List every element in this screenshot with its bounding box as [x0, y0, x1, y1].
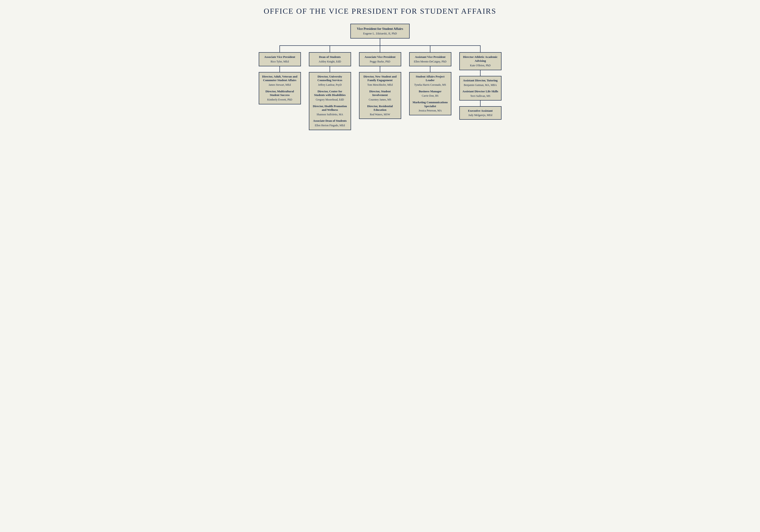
col1-entry-2: Director, Multicultural Student Success …: [262, 90, 298, 102]
col2-top-vert: [330, 45, 330, 52]
col3-entry-2: Director, Student Involvement Courntey J…: [362, 90, 398, 102]
col5-level2-title: Director Athletic Academic Advising: [462, 55, 498, 63]
col3-mid-vert: [380, 66, 380, 72]
col5-entry1-title: Assistant Director, Tutoring: [462, 79, 498, 82]
columns-section: Associate Vice President Rico Tyler, MEd…: [255, 45, 505, 130]
col2-entry4-title: Associate Dean of Students: [312, 119, 348, 123]
col4-entry-2: Business Manager Carrie Don, BS: [412, 90, 448, 98]
col1-level2-box: Associate Vice President Rico Tyler, MEd: [259, 52, 301, 66]
page-title: Office of the Vice President for Student…: [255, 7, 505, 16]
col5-entry2-name: Terri Sullivan, MS: [462, 94, 498, 98]
col1-top-vert: [279, 45, 280, 52]
col1-mid-vert: [279, 66, 280, 72]
col3-entry1-title: Director, New Student and Family Engagem…: [362, 75, 398, 82]
col5-level2-box: Director Athletic Academic Advising Kate…: [459, 52, 501, 70]
col4-level2-title: Assistant Vice President: [412, 55, 448, 59]
col4-level2-name: Ellen Meents-DeCaigny, PhD: [412, 60, 448, 64]
col2-entry1-name: Jeffrey Lanfear, PsyD: [312, 83, 348, 87]
top-vert-connector: [380, 38, 380, 45]
col5-detached-box: Executive Assistant Judy Melgarejo, MEd: [459, 106, 501, 120]
col4-entry1-name: Tyneka Harris Coronado, MS: [412, 83, 448, 87]
col5-detached-title: Executive Assistant: [462, 109, 498, 113]
col3-entry1-name: Tom Menchhofer, MEd: [362, 83, 398, 87]
col2-entry-1: Director, University Counseling Services…: [312, 75, 348, 87]
col-1: Associate Vice President Rico Tyler, MEd…: [255, 45, 305, 130]
col2-entry4-name: Ellen Herion Fingado, MEd: [312, 123, 348, 127]
col3-level3-box: Director, New Student and Family Engagem…: [359, 72, 401, 119]
col2-entry-2: Director, Center for Students with Disab…: [312, 90, 348, 102]
col1-entry1-title: Director, Adult, Veteran and Commuter St…: [262, 75, 298, 82]
col4-entry3-title: Marketing Communications Specialist: [412, 101, 448, 108]
col-4: Assistant Vice President Ellen Meents-De…: [405, 45, 455, 130]
col4-entry3-name: Jessica Peterson, MA: [412, 109, 448, 113]
col1-entry2-name: Kimberly Everett, PhD: [262, 98, 298, 102]
col5-entry-2: Assistant Director Life Skills Terri Sul…: [462, 90, 498, 98]
col3-entry-1: Director, New Student and Family Engagem…: [362, 75, 398, 87]
col1-entry1-name: James Stewart, MEd: [262, 83, 298, 87]
col2-level3-box: Director, University Counseling Services…: [309, 72, 351, 130]
col1-level2-name: Rico Tyler, MEd: [262, 60, 298, 64]
col4-entry-3: Marketing Communications Specialist Jess…: [412, 101, 448, 113]
col3-entry2-name: Courntey James, MS: [362, 98, 398, 102]
col5-lower-vert: [480, 101, 481, 106]
col3-level2-title: Associate Vice President: [362, 55, 398, 59]
col1-level3-box: Director, Adult, Veteran and Commuter St…: [259, 72, 301, 104]
col4-top-vert: [430, 45, 430, 52]
col-3: Associate Vice President Peggy Burke, Ph…: [355, 45, 405, 130]
col4-entry1-title: Student Affairs Project Leader: [412, 75, 448, 82]
col2-entry1-title: Director, University Counseling Services: [312, 75, 348, 82]
col1-entry-1: Director, Adult, Veteran and Commuter St…: [262, 75, 298, 87]
col-2: Dean of Students Ashley Knight, EdD Dire…: [305, 45, 355, 130]
col2-entry-4: Associate Dean of Students Ellen Herion …: [312, 119, 348, 127]
col5-top-vert: [480, 45, 481, 52]
col1-entry2-title: Director, Multicultural Student Success: [262, 90, 298, 97]
org-chart: Office of the Vice President for Student…: [255, 7, 505, 130]
col4-level2-box: Assistant Vice President Ellen Meents-De…: [409, 52, 451, 66]
col5-level2-name: Kate O'Brien, PhD: [462, 64, 498, 68]
col2-entry3-name: Shannon Suffoletto, MA: [312, 113, 348, 117]
col4-level3-box: Student Affairs Project Leader Tyneka Ha…: [409, 72, 451, 115]
top-section: Vice President for Student Affairs Eugen…: [255, 24, 505, 45]
top-node: Vice President for Student Affairs Eugen…: [350, 24, 410, 38]
col5-entry-1: Assistant Director, Tutoring Benjamin Gu…: [462, 79, 498, 87]
col4-entry-1: Student Affairs Project Leader Tyneka Ha…: [412, 75, 448, 87]
col5-entry1-name: Benjamin Gutman, MA, MBA: [462, 83, 498, 87]
col2-mid-vert: [330, 66, 330, 72]
top-node-title: Vice President for Student Affairs: [356, 27, 404, 31]
col2-level2-name: Ashley Knight, EdD: [312, 60, 348, 64]
col2-level2-title: Dean of Students: [312, 55, 348, 59]
col-5: Director Athletic Academic Advising Kate…: [455, 45, 505, 130]
col4-entry2-title: Business Manager: [412, 90, 448, 93]
top-node-name: Eugene L. Zdziarski, II, PhD: [356, 32, 404, 35]
col2-entry2-name: Gregory Moorehead, EdD: [312, 98, 348, 102]
col2-entry2-title: Director, Center for Students with Disab…: [312, 90, 348, 97]
col2-entry3-title: Director, Health Promotion and Wellness: [312, 104, 348, 112]
col3-level2-name: Peggy Burke, PhD: [362, 60, 398, 64]
col5-mid-vert: [480, 70, 481, 76]
col3-level2-box: Associate Vice President Peggy Burke, Ph…: [359, 52, 401, 66]
col3-entry-3: Director, Residential Education Rod Wate…: [362, 104, 398, 117]
col3-top-vert: [380, 45, 380, 52]
col4-mid-vert: [430, 66, 430, 72]
col2-entry-3: Director, Health Promotion and Wellness …: [312, 104, 348, 117]
col2-level2-box: Dean of Students Ashley Knight, EdD: [309, 52, 351, 66]
col3-entry3-name: Rod Waters, MSW: [362, 113, 398, 117]
col5-entry2-title: Assistant Director Life Skills: [462, 90, 498, 93]
col1-level2-title: Associate Vice President: [262, 55, 298, 59]
col5-detached-name: Judy Melgarejo, MEd: [462, 114, 498, 117]
col3-entry2-title: Director, Student Involvement: [362, 90, 398, 97]
col5-level3-box: Assistant Director, Tutoring Benjamin Gu…: [459, 76, 501, 101]
col3-entry3-title: Director, Residential Education: [362, 104, 398, 112]
col4-entry2-name: Carrie Don, BS: [412, 94, 448, 98]
columns-wrapper: Associate Vice President Rico Tyler, MEd…: [255, 45, 505, 130]
